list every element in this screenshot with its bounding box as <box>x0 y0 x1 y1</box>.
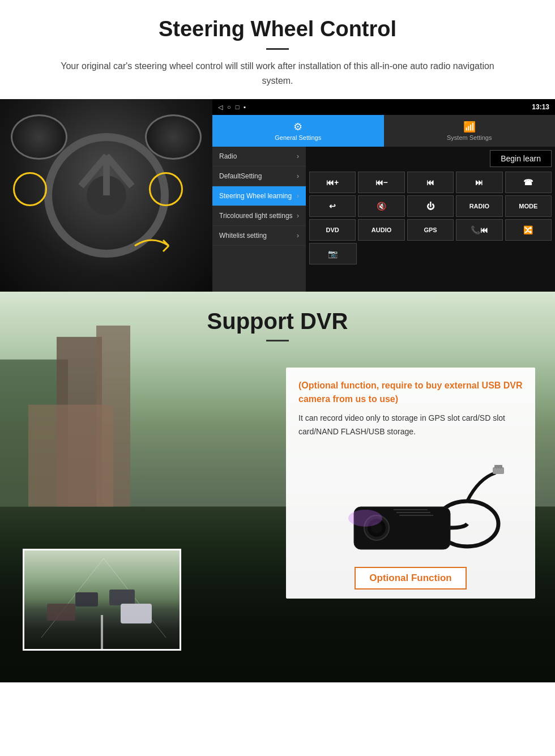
svg-rect-8 <box>109 590 135 605</box>
dvr-section: Support DVR <box>0 292 555 682</box>
dvr-left-area <box>0 362 266 679</box>
svg-rect-13 <box>494 465 502 468</box>
menu-item-tricoloured[interactable]: Tricoloured light settings › <box>212 206 306 226</box>
recents-icon: □ <box>236 104 240 110</box>
page-title: Steering Wheel Control <box>34 17 521 41</box>
back-icon: ◁ <box>218 104 223 111</box>
control-grid-row4: 📷 <box>309 243 552 264</box>
menu-item-steering[interactable]: Steering Wheel learning › <box>212 186 306 206</box>
dvr-thumbnail-bg <box>24 550 180 649</box>
begin-learn-row: Begin learn <box>309 150 552 167</box>
power-btn[interactable]: ⏻ <box>407 195 454 217</box>
prev-btn[interactable]: ⏮ <box>407 172 454 193</box>
svg-rect-7 <box>75 592 98 606</box>
control-grid-row1: ⏮+ ⏮− ⏮ ⏭ ☎ <box>309 172 552 193</box>
extra-btn[interactable]: 📷 <box>309 243 357 264</box>
menu-item-radio[interactable]: Radio › <box>212 147 306 166</box>
begin-learn-button[interactable]: Begin learn <box>490 150 552 167</box>
tab-system-label: System Settings <box>447 134 492 141</box>
chevron-right-icon: › <box>297 232 299 240</box>
control-grid-row3: DVD AUDIO GPS 📞⏮ 🔀 <box>309 219 552 241</box>
dvr-thumbnail <box>23 549 181 651</box>
audio-btn[interactable]: AUDIO <box>358 219 404 241</box>
dvr-optional-text: (Optional function, require to buy exter… <box>298 379 523 406</box>
tab-general-settings[interactable]: ⚙ General Settings <box>212 115 384 147</box>
dvr-description: It can record video only to storage in G… <box>298 412 523 439</box>
menu-item-whitelist[interactable]: Whitelist setting › <box>212 226 306 246</box>
vol-up-btn[interactable]: ⏮+ <box>309 172 356 193</box>
highlight-circle-left <box>13 172 47 206</box>
home-icon: ○ <box>227 104 231 110</box>
statusbar-nav-icons: ◁ ○ □ ▪ <box>218 104 246 111</box>
phone-btn[interactable]: ☎ <box>505 172 552 193</box>
svg-rect-10 <box>121 604 152 623</box>
subtitle-text: Your original car's steering wheel contr… <box>45 59 510 88</box>
control-grid-row2: ↩ 🔇 ⏻ RADIO MODE <box>309 195 552 217</box>
shuffle-next-btn[interactable]: 🔀 <box>505 219 552 241</box>
dvr-right-area: (Optional function, require to buy exter… <box>266 362 555 679</box>
mute-btn[interactable]: 🔇 <box>358 195 404 217</box>
svg-point-21 <box>348 510 382 527</box>
dvd-btn[interactable]: DVD <box>309 219 356 241</box>
chevron-right-icon: › <box>297 212 299 220</box>
android-panel: ◁ ○ □ ▪ 13:13 ⚙ General Settings 📶 Syste… <box>212 99 555 292</box>
steering-section: ◁ ○ □ ▪ 13:13 ⚙ General Settings 📶 Syste… <box>0 99 555 292</box>
tab-system-settings[interactable]: 📶 System Settings <box>384 115 556 147</box>
dvr-header: Support DVR <box>0 292 555 351</box>
chevron-right-icon: › <box>297 192 299 200</box>
control-panel: Begin learn ⏮+ ⏮− ⏮ ⏭ ☎ ↩ 🔇 ⏻ RADIO MODE <box>306 147 555 292</box>
dvr-camera-area <box>298 445 523 558</box>
radio-btn[interactable]: RADIO <box>456 195 502 217</box>
android-tabs[interactable]: ⚙ General Settings 📶 System Settings <box>212 115 555 147</box>
gps-btn[interactable]: GPS <box>407 219 454 241</box>
title-divider <box>266 48 289 50</box>
menu-control-area: Radio › DefaultSetting › Steering Wheel … <box>212 147 555 292</box>
dvr-divider <box>266 340 289 341</box>
status-time: 13:13 <box>532 103 549 111</box>
tab-general-label: General Settings <box>275 134 321 141</box>
next-btn[interactable]: ⏭ <box>456 172 502 193</box>
arrow-indicator <box>129 229 174 263</box>
menu-item-default[interactable]: DefaultSetting › <box>212 166 306 186</box>
android-statusbar: ◁ ○ □ ▪ 13:13 <box>212 99 555 115</box>
chevron-right-icon: › <box>297 152 299 160</box>
phone-prev-btn[interactable]: 📞⏮ <box>456 219 502 241</box>
highlight-circle-right <box>149 172 183 206</box>
dvr-camera-svg <box>314 445 507 558</box>
dvr-content: (Optional function, require to buy exter… <box>0 362 555 679</box>
chevron-right-icon: › <box>297 172 299 180</box>
settings-menu: Radio › DefaultSetting › Steering Wheel … <box>212 147 306 292</box>
hangup-btn[interactable]: ↩ <box>309 195 356 217</box>
vol-down-btn[interactable]: ⏮− <box>358 172 404 193</box>
svg-rect-9 <box>47 604 75 621</box>
mode-btn[interactable]: MODE <box>505 195 552 217</box>
dvr-info-card: (Optional function, require to buy exter… <box>286 368 535 599</box>
wifi-icon: 📶 <box>463 121 476 133</box>
header-section: Steering Wheel Control Your original car… <box>0 0 555 99</box>
dvr-title: Support DVR <box>0 309 555 334</box>
optional-function-button[interactable]: Optional Function <box>355 567 466 590</box>
menu-icon: ▪ <box>244 104 246 110</box>
gear-icon: ⚙ <box>293 121 302 133</box>
steering-wheel-image <box>0 99 212 292</box>
